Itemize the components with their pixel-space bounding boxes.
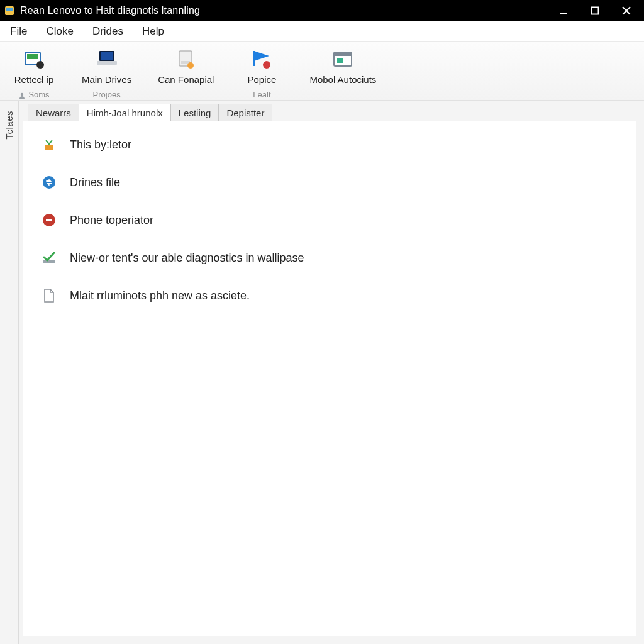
- window-title: Rean Lenovo to Hait diagnotis ltannling: [20, 5, 200, 16]
- card-icon: [20, 47, 48, 72]
- toolbar-mobol-button[interactable]: Mobol Autociuts: [306, 45, 380, 89]
- list-item[interactable]: This by:letor: [41, 136, 618, 153]
- svg-rect-16: [253, 51, 255, 66]
- sidebar-label: Tclaes: [4, 111, 14, 140]
- svg-rect-12: [97, 61, 117, 65]
- svg-rect-20: [337, 58, 343, 63]
- list-item[interactable]: Niew-or tent's our able diagnostics in w…: [41, 250, 618, 266]
- list-item-label: Phone toperiator: [70, 214, 153, 227]
- minimize-button[interactable]: [556, 3, 571, 18]
- svg-point-17: [263, 61, 270, 69]
- toolbar-can-fonapial-label: Can Fonapial: [158, 74, 214, 85]
- menu-bar: File Cloke Drides Help: [0, 21, 644, 42]
- circle-arrows-icon: [41, 174, 57, 191]
- svg-point-22: [43, 176, 55, 189]
- svg-rect-25: [43, 260, 55, 263]
- svg-point-15: [187, 62, 194, 69]
- check-tray-icon: [41, 250, 57, 266]
- list-item[interactable]: Mlait rrluminots phh new as asciete.: [41, 287, 618, 304]
- toolbar-group-soms: Soms: [18, 90, 49, 99]
- toolbar: Rettecl ip Soms Main Drives Projoes: [0, 42, 644, 101]
- menu-file[interactable]: File: [3, 23, 35, 40]
- svg-rect-3: [592, 8, 599, 14]
- list-item[interactable]: Drines file: [41, 174, 618, 191]
- tab-depistter[interactable]: Depistter: [218, 104, 272, 121]
- list-item[interactable]: Phone toperiator: [41, 212, 618, 228]
- calendar-icon: [329, 47, 357, 72]
- list-item-label: Drines file: [70, 176, 120, 189]
- svg-rect-1: [6, 8, 13, 11]
- svg-rect-7: [27, 54, 38, 59]
- toolbar-group-projoes: Projoes: [93, 90, 121, 99]
- flag-icon: [248, 47, 275, 72]
- svg-rect-21: [45, 145, 53, 150]
- drive-icon: [172, 47, 200, 72]
- close-button[interactable]: [619, 3, 634, 18]
- tab-lestiing[interactable]: Lestiing: [170, 104, 219, 121]
- svg-rect-19: [334, 52, 352, 56]
- toolbar-main-drives-button[interactable]: Main Drives: [78, 45, 135, 89]
- tab-newarrs[interactable]: Newarrs: [28, 104, 79, 121]
- document-icon: [41, 287, 57, 304]
- toolbar-popice-button[interactable]: Popice: [236, 45, 287, 89]
- svg-rect-24: [46, 219, 52, 221]
- list-item-label: Mlait rrluminots phh new as asciete.: [70, 289, 250, 303]
- toolbar-mobol-label: Mobol Autociuts: [309, 74, 376, 85]
- sidebar-band[interactable]: Tclaes: [0, 101, 19, 644]
- menu-cloke[interactable]: Cloke: [38, 23, 80, 40]
- list-item-label: This by:letor: [70, 138, 131, 152]
- tab-strip: Newarrs Himh-Joal hrunolx Lestiing Depis…: [23, 101, 636, 121]
- toolbar-popice-label: Popice: [247, 74, 276, 85]
- title-bar: Rean Lenovo to Hait diagnotis ltannling: [0, 0, 644, 21]
- tab-himh-joal[interactable]: Himh-Joal hrunolx: [79, 104, 171, 121]
- toolbar-rettecl-button[interactable]: Rettecl ip: [9, 45, 59, 89]
- svg-point-8: [36, 61, 44, 69]
- svg-point-9: [21, 92, 23, 95]
- content-panel: This by:letor Drines file: [23, 121, 636, 636]
- toolbar-group-lealt: Lealt: [253, 90, 270, 99]
- menu-drides[interactable]: Drides: [85, 23, 131, 40]
- toolbar-can-fonapial-button[interactable]: Can Fonapial: [154, 45, 218, 89]
- toolbar-main-drives-label: Main Drives: [82, 74, 131, 85]
- laptop-icon: [93, 47, 121, 72]
- plant-icon: [41, 136, 57, 153]
- menu-help[interactable]: Help: [135, 23, 172, 40]
- stop-icon: [41, 212, 57, 228]
- toolbar-rettecl-label: Rettecl ip: [14, 74, 54, 85]
- maximize-button[interactable]: [587, 3, 602, 18]
- app-icon: [4, 5, 15, 16]
- list-item-label: Niew-or tent's our able diagnostics in w…: [70, 252, 304, 265]
- svg-rect-11: [101, 52, 113, 60]
